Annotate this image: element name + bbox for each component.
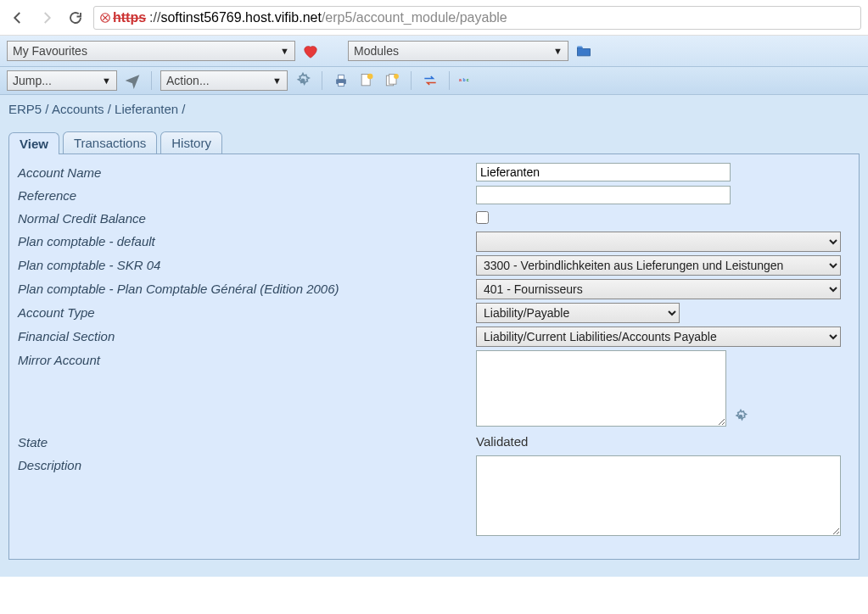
financial-section-label: Financial Section bbox=[18, 327, 476, 346]
svg-point-6 bbox=[367, 74, 373, 80]
favourites-label: My Favourites bbox=[13, 44, 87, 58]
chevron-down-icon: ▼ bbox=[280, 46, 289, 56]
plan-skr04-label: Plan comptable - SKR 04 bbox=[18, 255, 476, 275]
gear-icon[interactable] bbox=[733, 409, 753, 429]
svg-point-9 bbox=[394, 74, 399, 79]
erp5-page: My Favourites ▼ Modules ▼ Jump... ▼ Acti… bbox=[0, 36, 868, 577]
chevron-down-icon: ▼ bbox=[272, 75, 282, 86]
reference-label: Reference bbox=[18, 186, 476, 205]
separator bbox=[322, 71, 322, 90]
normal-credit-checkbox[interactable] bbox=[476, 211, 489, 224]
reference-input[interactable] bbox=[476, 186, 731, 204]
action-toolbar: Jump... ▼ Action... ▼ abc bbox=[0, 67, 868, 95]
breadcrumb: ERP5 / Accounts / Lieferanten / bbox=[0, 95, 868, 125]
normal-credit-label: Normal Credit Balance bbox=[18, 209, 476, 228]
account-name-input[interactable] bbox=[476, 163, 731, 181]
favourites-dropdown[interactable]: My Favourites ▼ bbox=[7, 41, 295, 61]
tab-view[interactable]: View bbox=[8, 132, 59, 154]
chevron-down-icon: ▼ bbox=[553, 46, 563, 56]
separator bbox=[449, 71, 450, 90]
form-panel: Account Name Reference Normal Credit Bal… bbox=[8, 154, 860, 560]
state-label: State bbox=[18, 433, 476, 452]
breadcrumb-item[interactable]: Lieferanten bbox=[115, 102, 178, 116]
favourites-bar: My Favourites ▼ Modules ▼ bbox=[0, 36, 868, 67]
url-bar[interactable]: https :// softinst56769.host.vifib.net /… bbox=[93, 6, 861, 30]
abc-icon[interactable]: abc bbox=[458, 70, 479, 91]
url-path: /erp5/account_module/payable bbox=[322, 10, 507, 25]
state-value: Validated bbox=[476, 433, 850, 449]
reload-button[interactable] bbox=[64, 7, 87, 29]
url-host: softinst56769.host.vifib.net bbox=[160, 10, 321, 25]
new-doc-icon[interactable] bbox=[356, 70, 377, 91]
svg-rect-3 bbox=[339, 75, 344, 79]
chevron-down-icon: ▼ bbox=[102, 75, 111, 86]
url-sep: :// bbox=[149, 10, 160, 25]
svg-text:a: a bbox=[459, 77, 462, 82]
modules-label: Modules bbox=[354, 44, 399, 58]
description-label: Description bbox=[18, 455, 476, 475]
breadcrumb-item[interactable]: Accounts bbox=[52, 102, 104, 116]
back-button[interactable] bbox=[7, 7, 29, 29]
description-textarea[interactable] bbox=[476, 455, 841, 536]
folder-open-icon[interactable] bbox=[574, 41, 594, 61]
print-icon[interactable] bbox=[331, 70, 351, 91]
mirror-account-label: Mirror Account bbox=[18, 350, 476, 370]
account-type-label: Account Type bbox=[18, 303, 476, 322]
account-name-label: Account Name bbox=[18, 163, 476, 182]
heart-icon[interactable] bbox=[300, 41, 321, 61]
jump-label: Jump... bbox=[13, 74, 52, 87]
insecure-icon: https bbox=[99, 10, 146, 25]
breadcrumb-item[interactable]: ERP5 bbox=[8, 102, 42, 116]
svg-text:b: b bbox=[462, 77, 465, 82]
mirror-account-textarea[interactable] bbox=[476, 350, 726, 427]
tab-transactions[interactable]: Transactions bbox=[63, 131, 157, 154]
exchange-icon[interactable] bbox=[420, 70, 440, 91]
plane-icon[interactable] bbox=[122, 70, 143, 91]
clone-doc-icon[interactable] bbox=[382, 70, 402, 91]
tab-row: View Transactions History bbox=[0, 131, 868, 154]
plan-pcg-label: Plan comptable - Plan Comptable Général … bbox=[18, 279, 476, 299]
jump-dropdown[interactable]: Jump... ▼ bbox=[7, 70, 117, 91]
action-dropdown[interactable]: Action... ▼ bbox=[160, 70, 288, 91]
gear-icon[interactable] bbox=[293, 70, 313, 91]
action-label: Action... bbox=[166, 74, 210, 87]
plan-skr04-select[interactable]: 3300 - Verbindlichkeiten aus Lieferungen… bbox=[476, 255, 841, 276]
plan-default-label: Plan comptable - default bbox=[18, 232, 476, 251]
forward-button[interactable] bbox=[36, 7, 58, 29]
tab-history[interactable]: History bbox=[160, 131, 222, 154]
svg-text:c: c bbox=[467, 77, 469, 82]
plan-default-select[interactable] bbox=[476, 232, 841, 252]
svg-rect-4 bbox=[339, 83, 344, 87]
browser-chrome: https :// softinst56769.host.vifib.net /… bbox=[0, 0, 868, 36]
financial-section-select[interactable]: Liability/Current Liabilities/Accounts P… bbox=[476, 327, 841, 347]
plan-pcg-select[interactable]: 401 - Fournisseurs bbox=[476, 279, 841, 299]
account-type-select[interactable]: Liability/Payable bbox=[476, 303, 680, 323]
separator bbox=[411, 71, 412, 90]
modules-dropdown[interactable]: Modules ▼ bbox=[348, 41, 568, 61]
separator bbox=[151, 71, 152, 90]
